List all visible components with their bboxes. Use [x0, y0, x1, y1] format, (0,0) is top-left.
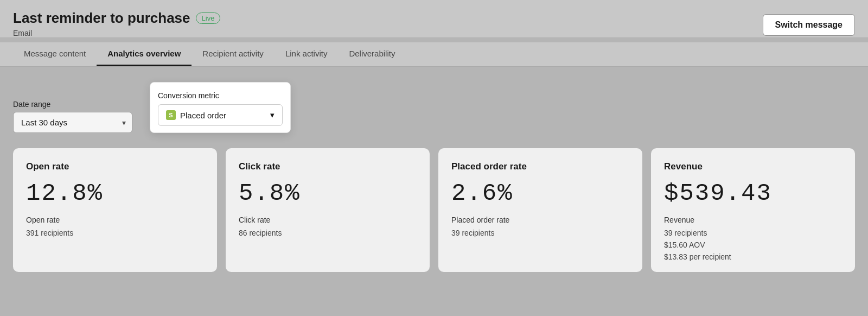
main-content: Date range Last 30 days Last 7 days Last… — [0, 67, 868, 316]
header: Last reminder to purchase Live Email Swi… — [0, 0, 868, 38]
page-wrapper: Last reminder to purchase Live Email Swi… — [0, 0, 868, 316]
header-title-row: Last reminder to purchase Live — [13, 10, 220, 27]
header-left: Last reminder to purchase Live Email — [13, 10, 220, 37]
date-range-label: Date range — [13, 100, 132, 109]
placed-order-rate-card: Placed order rate 2.6% Placed order rate… — [438, 148, 642, 272]
shopify-icon: S — [166, 110, 176, 120]
conversion-selected-left: S Placed order — [166, 110, 226, 120]
revenue-sub-label: Revenue — [664, 216, 842, 224]
email-subtitle: Email — [13, 29, 220, 37]
tab-deliverability[interactable]: Deliverability — [338, 42, 406, 66]
live-badge: Live — [196, 12, 221, 24]
page-title: Last reminder to purchase — [13, 10, 190, 27]
revenue-aov: $15.60 AOV — [664, 241, 842, 249]
cards-row: Open rate 12.8% Open rate 391 recipients… — [13, 148, 855, 272]
conversion-metric-group: Conversion metric S Placed order ▾ — [150, 82, 291, 133]
conversion-selected-label: Placed order — [180, 111, 226, 120]
open-rate-sub-label: Open rate — [26, 216, 204, 224]
conversion-metric-select[interactable]: S Placed order ▾ — [158, 104, 283, 126]
conversion-chevron-icon: ▾ — [270, 110, 275, 120]
click-rate-recipients: 86 recipients — [239, 229, 417, 237]
placed-order-rate-value: 2.6% — [451, 180, 629, 207]
placed-order-rate-title: Placed order rate — [451, 161, 629, 172]
conversion-metric-dropdown: Conversion metric S Placed order ▾ — [150, 82, 291, 133]
revenue-value: $539.43 — [664, 180, 842, 207]
tabs-row: Message content Analytics overview Recip… — [0, 42, 868, 67]
tab-message-content[interactable]: Message content — [13, 42, 97, 66]
revenue-title: Revenue — [664, 161, 842, 172]
open-rate-value: 12.8% — [26, 180, 204, 207]
filters-row: Date range Last 30 days Last 7 days Last… — [13, 82, 855, 133]
tab-analytics-overview[interactable]: Analytics overview — [97, 42, 192, 66]
revenue-card: Revenue $539.43 Revenue 39 recipients $1… — [651, 148, 855, 272]
click-rate-value: 5.8% — [239, 180, 417, 207]
placed-order-rate-sub-label: Placed order rate — [451, 216, 629, 224]
placed-order-rate-recipients: 39 recipients — [451, 229, 629, 237]
date-range-select-wrapper: Last 30 days Last 7 days Last 90 days Al… — [13, 112, 132, 133]
tab-link-activity[interactable]: Link activity — [275, 42, 339, 66]
open-rate-recipients: 391 recipients — [26, 229, 204, 237]
click-rate-title: Click rate — [239, 161, 417, 172]
revenue-per-recipient: $13.83 per recipient — [664, 252, 842, 261]
switch-message-button[interactable]: Switch message — [763, 14, 856, 36]
open-rate-title: Open rate — [26, 161, 204, 172]
revenue-recipients: 39 recipients — [664, 229, 842, 237]
date-range-group: Date range Last 30 days Last 7 days Last… — [13, 100, 132, 133]
tab-recipient-activity[interactable]: Recipient activity — [192, 42, 275, 66]
conversion-metric-label: Conversion metric — [158, 91, 283, 100]
click-rate-sub-label: Click rate — [239, 216, 417, 224]
date-range-select[interactable]: Last 30 days Last 7 days Last 90 days Al… — [13, 112, 132, 133]
open-rate-card: Open rate 12.8% Open rate 391 recipients — [13, 148, 217, 272]
click-rate-card: Click rate 5.8% Click rate 86 recipients — [226, 148, 430, 272]
